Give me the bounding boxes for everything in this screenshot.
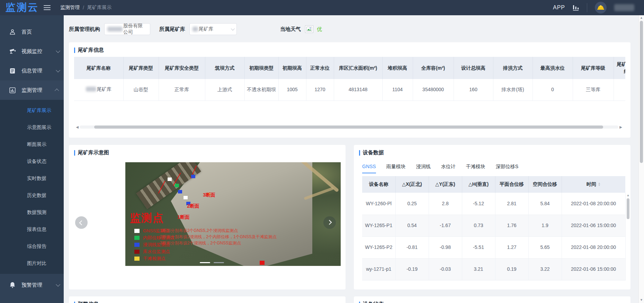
weather-label: 当地天气 [280,26,301,33]
water-level-marker [260,261,265,265]
sort-icon[interactable]: ▲▼ [598,182,601,187]
info-table-data-row[interactable]: 尾矿库 山谷型 正常库 上游式 不透水初期坝 1005 1270 4813148… [74,79,625,101]
app-link[interactable]: APP [553,5,565,11]
main-content: 所属管理机构 股份有限公司 所属尾矿库 尾矿库 当地天气 优 尾矿库信息 [64,15,638,303]
sidebar-item-info[interactable]: 信息管理 [0,61,64,80]
displacement-marker [175,184,179,187]
chevron-down-icon [56,49,60,53]
tab-waterlevel[interactable]: 水位计 [441,164,456,173]
legend-item: 干滩检测点 [134,255,175,262]
legend-swatch-gnss [134,229,140,233]
device-row[interactable]: WY-1260-Pl0.252.8-5.122.815.842022-01-08… [362,193,625,215]
scroll-up-icon[interactable]: ▲ [626,193,630,197]
submenu-item-history-data[interactable]: 历史数据 [0,187,64,204]
tab-seepage[interactable]: 浸润线 [416,164,431,173]
chevron-down-icon [56,282,60,287]
submenu-item-image-compare[interactable]: 图片对比 [0,255,64,272]
dcol-time[interactable]: 时间▲▼ [562,176,625,193]
submenu-item-device-status[interactable]: 设备状态 [0,153,64,170]
sidebar-toggle-icon[interactable] [44,5,51,10]
device-row[interactable]: wy-1271-p1-0.19-0.033.210.193.222022-01-… [362,258,625,280]
submenu-item-data-forecast[interactable]: 数据预测 [0,204,64,221]
submenu-item-report-info[interactable]: 报表信息 [0,221,64,238]
sidebar-item-monitor[interactable]: 监测管理 [0,80,64,100]
col-initial-dam-type: 初期坝类型 [244,57,278,79]
pond-select[interactable]: 尾矿库 [189,23,237,35]
breadcrumb-separator: / [83,5,84,10]
schematic-card: 尾矿库示意图 3断面 2断面 1断面 [69,145,346,289]
hardhat-icon [597,5,605,11]
dcol-dy: △Y(正东) [429,176,462,193]
scroll-down-icon[interactable]: ▼ [639,297,644,302]
tab-drybeach[interactable]: 干滩模块 [466,164,485,173]
info-table-wrapper: 尾矿库名称 尾矿库类型 尾矿库安全类型 筑坝方式 初期坝类型 初期坝高 正常水位… [74,57,625,129]
submenu-item-section-display[interactable]: 断面展示 [0,136,64,153]
page-scroll-thumb[interactable] [640,21,643,163]
schematic-image[interactable]: 3断面 2断面 1断面 监测点 GNSS监测点 内部位移监测点 浸润线监测点 库… [125,162,341,266]
indicator-active[interactable] [200,262,210,263]
seepage-marker [178,190,182,193]
sidebar-label-alert: 预警管理 [21,282,42,288]
device-vertical-scrollbar[interactable]: ▲ [626,193,630,284]
dashboard-chart-icon[interactable] [573,5,579,11]
seepage-marker [191,175,195,178]
device-table-wrapper: 设备名称 △X(正北) △Y(正东) △H(垂直) 平面合位移 空间合位移 时间… [362,176,625,280]
tab-rainfall[interactable]: 雨量模块 [386,164,406,173]
page-vertical-scrollbar[interactable]: ▲ ▼ [638,15,644,303]
cell-initial-dam-height: 1005 [278,79,306,101]
submenu-item-综合-report[interactable]: 综合报告 [0,238,64,255]
cell-catchment-area: 4813148 [334,79,382,101]
document-icon [9,67,16,74]
submenu-item-realtime-data[interactable]: 实时数据 [0,170,64,187]
device-card-title-text: 设备数据 [363,149,384,156]
tab-gnss[interactable]: GNSS [362,164,376,173]
title-accent-bar [74,47,75,53]
col-catchment-area: 库区汇水面积(m²) [334,57,382,79]
submenu-item-schematic-display[interactable]: 示意图展示 [0,119,64,136]
submenu-item-tailings-display[interactable]: 尾矿库展示 [0,102,64,119]
device-row[interactable]: WY-1265-P2-0.81-0.98-5.511.275.652022-01… [362,236,625,258]
info-table-header-row: 尾矿库名称 尾矿库类型 尾矿库安全类型 筑坝方式 初期坝类型 初期坝高 正常水位… [74,57,625,79]
username-redacted[interactable] [614,4,634,11]
hscroll-thumb[interactable] [94,125,603,129]
device-row[interactable]: WY-1265-P10.54-1.670.731.761.92022-01-06… [362,215,625,236]
sidebar-item-home[interactable]: 首页 [0,22,64,42]
sidebar-label-monitor: 监测管理 [21,87,42,94]
horizontal-scrollbar[interactable]: ◀ ▶ [75,125,623,129]
col-flood-discharge: 排洪方式 [493,57,533,79]
scroll-left-icon[interactable]: ◀ [75,125,80,129]
carousel-prev-button[interactable] [75,216,88,229]
indicator[interactable] [214,262,224,263]
col-total-capacity: 全库容(m³) [413,57,454,79]
legend-swatch-seepage [134,243,140,247]
tab-deep-displacement[interactable]: 深部位移S [496,164,518,173]
cell-initial-dam-type: 不透水初期坝 [244,79,278,101]
pond-value: 尾矿库 [199,26,213,32]
monitor-submenu: 尾矿库展示 示意图展示 断面展示 设备状态 实时数据 历史数据 数据预测 报表信… [0,100,64,274]
col-name: 尾矿库名称 [74,57,123,79]
breadcrumb-parent[interactable]: 监测管理 [60,5,80,11]
sidebar-label-home: 首页 [21,29,32,35]
schematic-card-title: 尾矿库示意图 [69,145,346,159]
org-input[interactable]: 股份有限公司 [104,23,150,35]
org-redacted [107,27,123,32]
carousel-indicators[interactable] [200,262,224,263]
col-design-dam-height: 设计总坝高 [454,57,493,79]
scroll-right-icon[interactable]: ▶ [618,125,623,129]
cell-total-capacity: 35480000 [413,79,454,101]
cell-intro [614,79,625,101]
app-logo: 监测云 [6,1,39,15]
col-max-flood-level: 最高洪水位 [533,57,573,79]
cell-type: 山谷型 [123,79,159,101]
carousel-next-button[interactable] [323,216,336,229]
avatar[interactable] [595,2,607,14]
col-normal-water-level: 正常水位 [306,57,334,79]
scroll-up-icon[interactable]: ▲ [639,15,644,20]
sidebar-item-alert[interactable]: 预警管理 [0,275,64,295]
weather-value: 优 [317,26,322,33]
sidebar-item-video[interactable]: 视频监控 [0,42,64,61]
cell-grade: 三等库 [573,79,614,101]
weather-broken-image-icon [305,25,313,33]
vscroll-thumb[interactable] [627,198,629,219]
sidebar-label-video: 视频监控 [21,48,42,55]
